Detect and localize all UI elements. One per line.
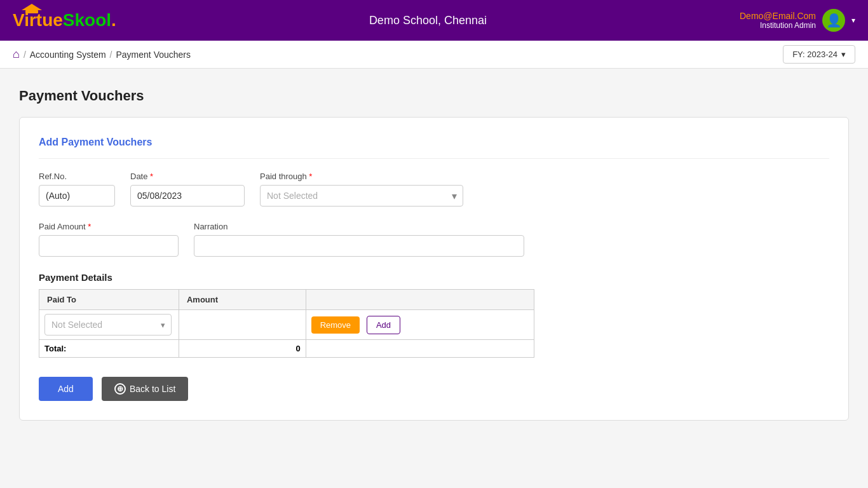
svg-marker-0 — [22, 4, 42, 10]
col-paid-to: Paid To — [39, 290, 179, 310]
narration-input[interactable] — [194, 235, 524, 257]
paid-through-select-wrapper: Not Selected — [260, 185, 463, 207]
avatar[interactable]: 👤 — [822, 9, 845, 32]
svg-rect-1 — [25, 10, 38, 13]
main-content: Payment Vouchers Add Payment Vouchers Re… — [0, 69, 868, 440]
form-row-2: Paid Amount * Narration — [39, 222, 829, 257]
card-title: Add Payment Vouchers — [39, 137, 829, 159]
table-header-row: Paid To Amount — [39, 290, 534, 310]
school-name: Demo School, Chennai — [369, 14, 487, 27]
home-icon[interactable]: ⌂ — [13, 48, 20, 61]
paid-amount-group: Paid Amount * — [39, 222, 179, 257]
date-input[interactable] — [130, 185, 245, 207]
add-button[interactable]: Add — [39, 377, 93, 401]
paid-amount-input[interactable] — [39, 235, 179, 257]
logo: VirtueSkool. — [13, 10, 116, 30]
total-label: Total: — [39, 340, 179, 358]
logo-hat-icon — [22, 4, 42, 14]
paid-amount-label: Paid Amount * — [39, 222, 179, 231]
paid-through-label: Paid through * — [260, 172, 463, 181]
paid-through-group: Paid through * Not Selected — [260, 172, 463, 207]
payment-vouchers-card: Add Payment Vouchers Ref.No. Date * Paid… — [19, 117, 849, 421]
user-email: Demo@Email.Com — [740, 11, 816, 21]
back-label: Back to List — [130, 384, 175, 394]
add-row-button[interactable]: Add — [367, 316, 400, 334]
back-circle-icon: ⊕ — [114, 383, 126, 395]
paid-to-cell: Not Selected — [39, 310, 179, 340]
ref-no-label: Ref.No. — [39, 172, 115, 181]
action-cell: Remove Add — [306, 310, 534, 340]
total-row: Total: 0 — [39, 340, 534, 358]
col-amount: Amount — [179, 290, 306, 310]
breadcrumb-sep-2: / — [110, 50, 112, 60]
payment-details-title: Payment Details — [39, 272, 829, 283]
user-info: Demo@Email.Com Institution Admin 👤 ▾ — [740, 9, 855, 32]
total-empty-cell — [306, 340, 534, 358]
button-row: Add ⊕ Back to List — [39, 377, 829, 401]
paid-through-select[interactable]: Not Selected — [260, 185, 463, 207]
paid-to-select-wrapper: Not Selected — [44, 314, 172, 336]
breadcrumb-sep-1: / — [24, 50, 26, 60]
breadcrumb: ⌂ / Accounting System / Payment Vouchers — [13, 48, 191, 61]
paid-to-select[interactable]: Not Selected — [44, 314, 172, 336]
fy-selector-button[interactable]: FY: 2023-24 ▾ — [783, 45, 855, 64]
breadcrumb-bar: ⌂ / Accounting System / Payment Vouchers… — [0, 41, 868, 69]
date-group: Date * — [130, 172, 245, 207]
total-value: 0 — [179, 340, 306, 358]
ref-no-group: Ref.No. — [39, 172, 115, 207]
row-amount-input[interactable] — [184, 319, 301, 331]
payment-details-table: Paid To Amount Not Selected — [39, 289, 534, 358]
ref-no-input[interactable] — [39, 185, 115, 207]
breadcrumb-accounting[interactable]: Accounting System — [30, 50, 106, 60]
payment-details-section: Payment Details Paid To Amount No — [39, 272, 829, 358]
app-header: VirtueSkool. Demo School, Chennai Demo@E… — [0, 0, 868, 41]
breadcrumb-current: Payment Vouchers — [116, 50, 191, 60]
remove-button[interactable]: Remove — [311, 316, 360, 334]
fy-label: FY: 2023-24 — [792, 50, 837, 59]
user-role: Institution Admin — [740, 21, 816, 30]
user-dropdown-arrow[interactable]: ▾ — [851, 16, 855, 25]
back-to-list-button[interactable]: ⊕ Back to List — [102, 377, 188, 401]
date-label: Date * — [130, 172, 245, 181]
col-actions — [306, 290, 534, 310]
narration-group: Narration — [194, 222, 524, 257]
form-row-1: Ref.No. Date * Paid through * Not Select… — [39, 172, 829, 207]
page-title: Payment Vouchers — [19, 88, 849, 104]
narration-label: Narration — [194, 222, 524, 231]
amount-cell — [179, 310, 306, 340]
fy-arrow-icon: ▾ — [841, 50, 846, 59]
table-row: Not Selected Remove Add — [39, 310, 534, 340]
